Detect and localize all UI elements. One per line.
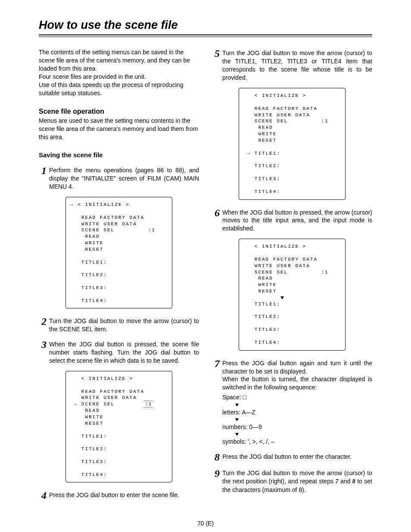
initialize-screen-6: < INITIALIZE > READ FACTORY DATA WRITE U… xyxy=(239,239,346,351)
intro-p3: Use of this data speeds up the process o… xyxy=(39,81,199,97)
step-1-body: Perform the menu operations (pages 86 to… xyxy=(49,165,199,191)
step-number-2: 2 xyxy=(39,316,49,327)
step-4-body: Press the JOG dial button to enter the s… xyxy=(49,490,199,499)
seq-space: Space: □ xyxy=(222,393,372,401)
step-7: 7 Press the JOG dial button again and tu… xyxy=(212,358,372,446)
intro-p1: The contents of the setting menus can be… xyxy=(39,48,199,73)
step-number-8: 8 xyxy=(212,452,222,462)
screen3-blink-value: :1 xyxy=(144,401,153,408)
down-arrow-icon xyxy=(235,431,239,438)
content-columns: The contents of the setting menus can be… xyxy=(39,48,372,507)
seq-letters: letters: A—Z xyxy=(222,408,372,417)
step-number-6: 6 xyxy=(212,208,222,218)
step-number-3: 3 xyxy=(39,339,49,350)
step-number-1: 1 xyxy=(39,165,49,176)
intro-block: The contents of the setting menus can be… xyxy=(39,48,199,97)
left-column: The contents of the setting menus can be… xyxy=(39,48,199,507)
title-rule xyxy=(39,34,372,37)
step-3: 3 When the JOG dial button is pressed, t… xyxy=(39,339,199,365)
intro-p2: Four scene files are provided in the uni… xyxy=(39,73,199,81)
step-number-5: 5 xyxy=(212,48,222,59)
step-9-body: Turn the JOG dial button to move the arr… xyxy=(222,468,372,494)
page-title: How to use the scene file xyxy=(39,17,372,33)
step-7-text-a: Press the JOG dial button again and turn… xyxy=(222,360,372,375)
right-column: 5 Turn the JOG dial button to move the a… xyxy=(212,48,372,507)
screen6-a: < INITIALIZE > READ FACTORY DATA WRITE U… xyxy=(243,244,329,294)
step-9: 9 Turn the JOG dial button to move the a… xyxy=(212,468,372,494)
step-8-body: Press the JOG dial button to enter the c… xyxy=(222,452,372,461)
step-9-ref-8: 8 xyxy=(352,478,355,485)
step-1: 1 Perform the menu operations (pages 86 … xyxy=(39,165,199,191)
step-number-9: 9 xyxy=(212,468,222,479)
step-5: 5 Turn the JOG dial button to move the a… xyxy=(212,48,372,82)
step-number-7: 7 xyxy=(212,358,222,369)
down-arrow-icon xyxy=(235,416,239,423)
initialize-screen-5: < INITIALIZE > READ FACTORY DATA WRITE U… xyxy=(239,88,346,200)
step-2: 2 Turn the JOG dial button to move the a… xyxy=(39,316,199,333)
screen3-pre: < INITIALIZE > READ FACTORY DATA WRITE U… xyxy=(70,376,144,407)
initialize-screen-3: < INITIALIZE > READ FACTORY DATA WRITE U… xyxy=(65,371,172,483)
step-4: 4 Press the JOG dial button to enter the… xyxy=(39,490,199,501)
scene-file-operation-heading: Scene file operation xyxy=(39,107,199,116)
step-6-body: When the JOG dial button is pressed, the… xyxy=(222,208,372,233)
down-arrow-icon xyxy=(235,401,239,408)
step-2-body: Turn the JOG dial button to move the arr… xyxy=(49,316,199,333)
screen6-b: TITLE1: TITLE2: TITLE3: TITLE4: xyxy=(243,302,280,345)
step-9-text-b: and xyxy=(338,478,352,485)
screen3-post: READ WRITE RESET TITLE1: TITLE2: TITLE3:… xyxy=(70,408,107,477)
step-7-text-b: When the button is turned, the character… xyxy=(222,376,372,391)
step-5-body: Turn the JOG dial button to move the arr… xyxy=(222,48,372,82)
step-number-4: 4 xyxy=(39,490,49,501)
seq-symbols: symbols: ', >, <, /, – xyxy=(222,438,372,446)
scene-file-operation-body: Menus are used to save the setting menu … xyxy=(39,117,199,141)
seq-numbers: numbers: 0—9 xyxy=(222,423,372,431)
step-8: 8 Press the JOG dial button to enter the… xyxy=(212,452,372,462)
initialize-screen-1: → < INITIALIZE > READ FACTORY DATA WRITE… xyxy=(65,197,172,309)
down-arrow-icon xyxy=(280,295,284,300)
saving-scene-file-heading: Saving the scene file xyxy=(39,151,199,159)
step-7-body: Press the JOG dial button again and turn… xyxy=(222,358,372,446)
step-6: 6 When the JOG dial button is pressed, t… xyxy=(212,208,372,233)
step-3-body: When the JOG dial button is pressed, the… xyxy=(49,339,199,365)
page-number: 70 (E) xyxy=(39,520,372,528)
